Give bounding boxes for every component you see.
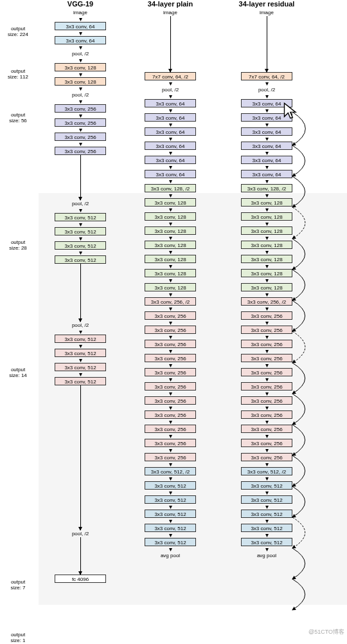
arrow-down-icon: ▾ xyxy=(169,532,172,538)
layer-box: fc 4096 xyxy=(55,575,106,583)
arrow-down-icon: ▾ xyxy=(79,30,82,36)
arrow-down-icon: ▾ xyxy=(169,192,172,198)
arrow-down-icon: ▾ xyxy=(169,348,172,354)
arrow-down-icon: ▾ xyxy=(169,447,172,453)
column-titles: VGG-19 34-layer plain 34-layer residual xyxy=(0,0,347,8)
row-label: outputsize: 1 xyxy=(0,632,36,643)
arrow-down-icon: ▾ xyxy=(169,334,172,340)
arrow-down-icon: ▾ xyxy=(265,291,269,297)
arrow-down-icon: ▾ xyxy=(169,263,172,269)
arrow-down-icon: ▾ xyxy=(265,192,269,198)
arrow-down-icon: ▾ xyxy=(79,141,82,147)
arrow-down-icon: ▾ xyxy=(265,80,269,86)
arrow-down-icon: ▾ xyxy=(265,93,269,99)
arrow-down-icon: ▾ xyxy=(265,263,269,269)
col-residual: image7x7 conv, 64, /2▾pool, /2▾3x3 conv,… xyxy=(218,9,315,583)
arrow-down-icon: ▾ xyxy=(265,164,269,170)
arrow-down-icon: ▾ xyxy=(169,291,172,297)
arrow-down-icon: ▾ xyxy=(265,532,269,538)
arrow-down-icon: ▾ xyxy=(265,546,269,552)
layer-box: 3x3 conv, 256 xyxy=(55,147,106,155)
arrow-down-icon: ▾ xyxy=(169,362,172,368)
arrow-down-icon: ▾ xyxy=(265,391,269,396)
layer-text: image xyxy=(163,9,177,16)
arrow-down-icon: ▾ xyxy=(169,80,172,86)
arrow-down-icon: ▾ xyxy=(169,221,172,226)
arrow-down-icon: ▾ xyxy=(169,546,172,552)
arrow-down-icon: ▾ xyxy=(265,348,269,354)
skip-connection xyxy=(292,579,305,610)
arrow-down-icon xyxy=(80,155,81,200)
layer-text: avg pool xyxy=(257,552,276,559)
arrow-down-icon: ▾ xyxy=(169,235,172,241)
arrow-down-icon: ▾ xyxy=(79,113,82,118)
arrow-down-icon: ▾ xyxy=(265,405,269,410)
watermark: @51CTO博客 xyxy=(308,628,344,636)
row-label: outputsize: 112 xyxy=(0,68,36,80)
arrow-down-icon: ▾ xyxy=(169,306,172,311)
arrow-down-icon: ▾ xyxy=(79,343,82,349)
arrow-down-icon: ▾ xyxy=(265,136,269,142)
arrow-down-icon: ▾ xyxy=(265,518,269,524)
arrow-down-icon: ▾ xyxy=(265,362,269,368)
col-plain: image7x7 conv, 64, /2▾pool, /2▾3x3 conv,… xyxy=(122,9,218,583)
arrow-down-icon: ▾ xyxy=(265,461,269,467)
arrow-down-icon: ▾ xyxy=(169,504,172,510)
arrow-down-icon: ▾ xyxy=(79,235,82,241)
arrow-down-icon: ▾ xyxy=(79,44,82,50)
arrow-down-icon: ▾ xyxy=(265,475,269,481)
arrow-down-icon: ▾ xyxy=(79,127,82,133)
arrow-down-icon: ▾ xyxy=(169,93,172,99)
arrow-down-icon: ▾ xyxy=(265,490,269,495)
arrow-down-icon: ▾ xyxy=(169,178,172,184)
arrow-down-icon: ▾ xyxy=(265,433,269,439)
layer-text: avg pool xyxy=(161,552,180,559)
arrow-down-icon: ▾ xyxy=(79,57,82,63)
arrow-down-icon: ▾ xyxy=(169,164,172,170)
arrow-down-icon: ▾ xyxy=(265,306,269,311)
arrow-down-icon: ▾ xyxy=(79,86,82,91)
arrow-down-icon: ▾ xyxy=(169,150,172,156)
row-label: outputsize: 224 xyxy=(0,26,36,37)
arrow-down-icon: ▾ xyxy=(79,98,82,104)
col-vgg: image▾3x3 conv, 64▾3x3 conv, 64▾pool, /2… xyxy=(39,9,122,583)
arrow-down-icon: ▾ xyxy=(265,277,269,283)
row-label: outputsize: 7 xyxy=(0,579,36,591)
arrow-down-icon: ▾ xyxy=(79,357,82,363)
arrow-down-icon: ▾ xyxy=(169,490,172,495)
arrow-down-icon: ▾ xyxy=(79,250,82,255)
arrow-down-icon: ▾ xyxy=(265,320,269,326)
arrow-down-icon: ▾ xyxy=(79,221,82,227)
arrow-down-icon: ▾ xyxy=(79,16,82,22)
arrow-down-icon: ▾ xyxy=(265,178,269,184)
layer-text: pool, /2 xyxy=(72,530,89,537)
arrow-down-icon: ▾ xyxy=(169,461,172,467)
row-label: outputsize: 14 xyxy=(0,367,36,378)
arrow-down-icon xyxy=(80,537,81,575)
arrow-down-icon: ▾ xyxy=(79,207,82,213)
title-vgg: VGG-19 xyxy=(39,0,122,8)
arrow-down-icon: ▾ xyxy=(169,419,172,425)
arrow-down-icon: ▾ xyxy=(265,249,269,255)
arrow-down-icon: ▾ xyxy=(79,71,82,77)
arrow-down-icon: ▾ xyxy=(169,277,172,283)
arrow-down-icon: ▾ xyxy=(169,136,172,142)
layer-box: 3x3 conv, 512 xyxy=(55,255,106,264)
arrow-down-icon: ▾ xyxy=(265,504,269,510)
arrow-down-icon: ▾ xyxy=(265,419,269,425)
arrow-down-icon: ▾ xyxy=(169,207,172,212)
arrow-down-icon: ▾ xyxy=(169,122,172,127)
arrow-down-icon: ▾ xyxy=(265,221,269,226)
arrow-down-icon: ▾ xyxy=(79,371,82,377)
arrow-down-icon: ▾ xyxy=(169,391,172,396)
arrow-down-icon: ▾ xyxy=(265,122,269,127)
arrow-down-icon: ▾ xyxy=(169,475,172,481)
title-plain: 34-layer plain xyxy=(122,0,218,8)
arrow-down-icon: ▾ xyxy=(169,249,172,255)
arrow-down-icon xyxy=(80,264,81,322)
row-label: outputsize: 56 xyxy=(0,112,36,124)
layer-text: image xyxy=(260,9,274,16)
arrow-down-icon xyxy=(80,385,81,530)
arrow-down-icon: ▾ xyxy=(265,376,269,382)
arrow-down-icon: ▾ xyxy=(169,320,172,326)
